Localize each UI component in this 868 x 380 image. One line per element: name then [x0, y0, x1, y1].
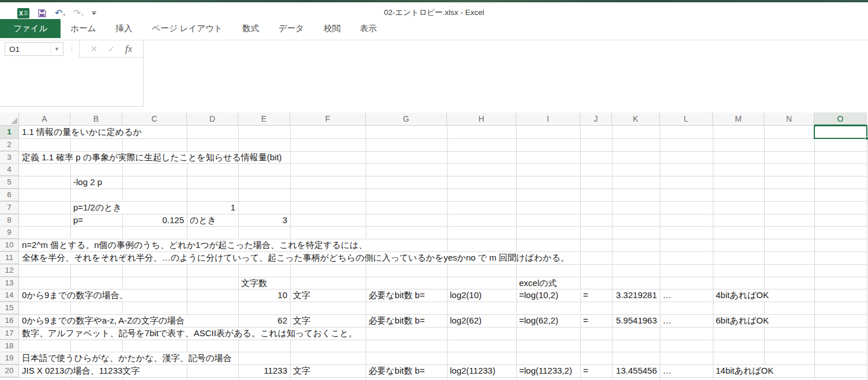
row-header-14[interactable]: 14	[0, 289, 19, 302]
ribbon-tab-7[interactable]: 表示	[350, 19, 386, 38]
grid-cell-K14[interactable]: 3.3219281	[613, 289, 659, 301]
enter-icon[interactable]: ✓	[108, 44, 115, 54]
grid-cell-E14[interactable]: 10	[239, 289, 290, 301]
column-header-E[interactable]: E	[238, 112, 290, 126]
grid-cell-D7[interactable]: 1	[187, 202, 238, 213]
row-header-4[interactable]: 4	[0, 163, 19, 176]
formula-bar-drag-dots[interactable]: ⋮	[68, 44, 76, 54]
name-box-dropdown-icon[interactable]: ▼	[50, 43, 63, 55]
ribbon-tab-2[interactable]: 挿入	[106, 19, 142, 38]
grid-cell-F16[interactable]: 文字	[291, 315, 313, 326]
grid-cell-A20[interactable]: JIS X 0213の場合、11233文字	[20, 365, 142, 377]
row-header-8[interactable]: 8	[0, 214, 19, 227]
column-header-M[interactable]: M	[713, 112, 764, 126]
name-box[interactable]: O1 ▼	[5, 42, 63, 56]
grid-cell-K20[interactable]: 13.455456	[613, 365, 659, 377]
grid-cell-I14[interactable]: =log(10,2)	[517, 289, 561, 301]
grid-cell-L14[interactable]: …	[660, 289, 674, 301]
grid-cell-D8[interactable]: のとき	[187, 215, 219, 226]
column-header-I[interactable]: I	[516, 112, 580, 126]
grid-cell-J14[interactable]: =	[581, 289, 591, 301]
grid-cell-A14[interactable]: 0から9までの数字の場合、	[20, 289, 131, 301]
grid-cell-E20[interactable]: 11233	[239, 365, 290, 377]
cancel-icon[interactable]: ✕	[91, 44, 98, 54]
grid-cell-L16[interactable]: …	[660, 315, 674, 326]
row-header-1[interactable]: 1	[0, 126, 19, 138]
row-header-6[interactable]: 6	[0, 189, 19, 201]
ribbon-tab-4[interactable]: 数式	[232, 19, 269, 38]
grid-cell-G20[interactable]: 必要なbit数 b=	[366, 365, 427, 377]
grid-cell-C8[interactable]: 0.125	[123, 215, 186, 226]
row-header-9[interactable]: 9	[0, 226, 19, 239]
grid-cell-H20[interactable]: log2(11233)	[448, 365, 498, 377]
grid-cell-I16[interactable]: =log(62,2)	[517, 315, 561, 326]
column-header-L[interactable]: L	[660, 112, 713, 126]
row-header-11[interactable]: 11	[0, 251, 19, 264]
row-header-19[interactable]: 19	[0, 352, 19, 364]
grid-cell-B8[interactable]: p=	[71, 215, 86, 226]
ribbon-tab-3[interactable]: ページ レイアウト	[142, 19, 232, 38]
column-header-K[interactable]: K	[612, 112, 660, 126]
column-header-G[interactable]: G	[366, 112, 447, 126]
grid-cell-A1[interactable]: 1.1 情報の量をいかに定めるか	[20, 126, 145, 138]
row-header-12[interactable]: 12	[0, 264, 19, 277]
grid-cell-G16[interactable]: 必要なbit数 b=	[366, 315, 427, 326]
column-header-D[interactable]: D	[187, 112, 238, 126]
grid-cell-G14[interactable]: 必要なbit数 b=	[366, 289, 427, 301]
row-header-10[interactable]: 10	[0, 239, 19, 251]
row-header-16[interactable]: 16	[0, 314, 19, 327]
grid-cell-A17[interactable]: 数字、アルファベット、記号を7bitで表す、ASCII表がある。これは知っておく…	[20, 328, 360, 339]
column-header-B[interactable]: B	[70, 112, 122, 126]
row-header-2[interactable]: 2	[0, 138, 19, 151]
gridline-h	[0, 226, 867, 227]
selected-cell-O1[interactable]	[814, 125, 867, 139]
grid-cell-B7[interactable]: p=1/2のとき	[71, 202, 125, 213]
ribbon-tab-1[interactable]: ホーム	[61, 19, 106, 38]
fill-handle[interactable]	[865, 137, 868, 140]
gridline-v	[612, 126, 613, 380]
grid-cell-I13[interactable]: excelの式	[517, 277, 559, 289]
grid-cell-A16[interactable]: 0から9までの数字やa-z, A-Zの文字の場合	[20, 315, 187, 326]
column-header-F[interactable]: F	[290, 112, 366, 126]
grid-cell-K16[interactable]: 5.9541963	[613, 315, 659, 326]
grid-cell-H16[interactable]: log2(62)	[448, 315, 484, 326]
row-header-20[interactable]: 20	[0, 364, 19, 377]
grid-cell-F20[interactable]: 文字	[291, 365, 313, 377]
grid-cell-H14[interactable]: log2(10)	[448, 289, 484, 301]
select-all-corner[interactable]	[0, 112, 19, 126]
grid-cell-A3[interactable]: 定義 1.1 確率 p の事象が実際に生起したことを知らせる情報量(bit)	[20, 152, 285, 163]
grid-cell-M16[interactable]: 6bitあればOK	[713, 315, 772, 326]
column-header-J[interactable]: J	[580, 112, 612, 126]
row-header-3[interactable]: 3	[0, 151, 19, 164]
grid-cell-L20[interactable]: …	[660, 365, 674, 377]
row-header-7[interactable]: 7	[0, 201, 19, 214]
row-header-13[interactable]: 13	[0, 277, 19, 289]
ribbon-tab-5[interactable]: データ	[269, 19, 314, 38]
ribbon-tab-file[interactable]: ファイル	[0, 19, 61, 38]
grid-cell-F14[interactable]: 文字	[291, 289, 313, 301]
grid-cell-A11[interactable]: 全体を半分、それをそれぞれ半分、…のように分けていって、起こった事柄がどちらの側…	[20, 252, 572, 264]
row-header-5[interactable]: 5	[0, 176, 19, 189]
row-header-18[interactable]: 18	[0, 340, 19, 352]
grid-cell-M20[interactable]: 14bitあればOK	[713, 365, 776, 377]
row-header-15[interactable]: 15	[0, 302, 19, 314]
insert-function-icon[interactable]: fx	[125, 43, 132, 55]
column-header-O[interactable]: O	[814, 112, 867, 126]
grid-cell-E8[interactable]: 3	[239, 215, 290, 226]
column-header-H[interactable]: H	[447, 112, 516, 126]
grid-cell-I20[interactable]: =log(11233,2)	[517, 365, 575, 377]
grid-cell-B5[interactable]: -log 2 p	[71, 176, 105, 188]
column-header-A[interactable]: A	[19, 112, 70, 126]
grid-cell-A10[interactable]: n=2^m 個とする。n個の事例のうち、どれか1つが起こった場合、これを特定する…	[20, 239, 370, 251]
row-header-17[interactable]: 17	[0, 327, 19, 340]
grid-cell-E16[interactable]: 62	[239, 315, 290, 326]
formula-input[interactable]	[144, 40, 868, 107]
grid-cell-E13[interactable]: 文字数	[239, 277, 270, 289]
column-header-N[interactable]: N	[764, 112, 814, 126]
grid-cell-M14[interactable]: 4bitあればOK	[713, 289, 772, 301]
grid-cell-J20[interactable]: =	[581, 365, 591, 377]
grid-cell-A19[interactable]: 日本語で使うひらがな、かたかな、漢字、記号の場合	[20, 352, 235, 364]
column-header-C[interactable]: C	[122, 112, 187, 126]
ribbon-tab-6[interactable]: 校閲	[314, 19, 350, 38]
grid-cell-J16[interactable]: =	[581, 315, 591, 326]
